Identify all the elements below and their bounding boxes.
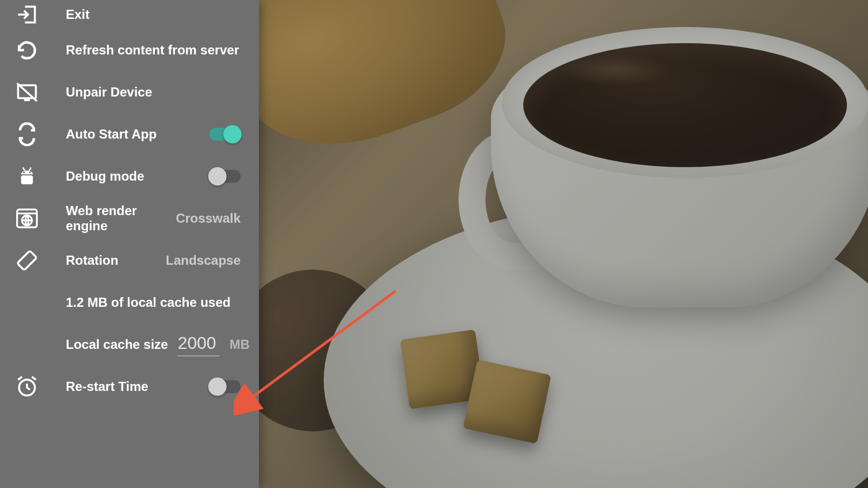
cache-size-unit: MB bbox=[229, 337, 249, 352]
rotation-icon bbox=[15, 249, 66, 272]
webrender-label: Web render engine bbox=[66, 203, 176, 233]
svg-line-13 bbox=[32, 377, 36, 380]
debug-row: Debug mode bbox=[0, 155, 259, 197]
restart-time-toggle[interactable] bbox=[209, 380, 241, 393]
svg-line-3 bbox=[30, 168, 31, 171]
svg-rect-6 bbox=[21, 175, 33, 184]
refresh-label: Refresh content from server bbox=[66, 43, 259, 58]
unpair-icon bbox=[15, 80, 66, 104]
browser-icon bbox=[15, 207, 66, 230]
exit-icon bbox=[15, 3, 66, 26]
autostart-row: Auto Start App bbox=[0, 113, 259, 155]
exit-button[interactable]: Exit bbox=[0, 0, 259, 29]
exit-label: Exit bbox=[66, 7, 259, 22]
android-icon bbox=[15, 164, 66, 188]
cache-size-label: Local cache size bbox=[66, 337, 168, 352]
debug-toggle[interactable] bbox=[209, 170, 241, 183]
rotation-value: Landscapse bbox=[166, 253, 241, 268]
autostart-label: Auto Start App bbox=[66, 127, 209, 142]
rotation-label: Rotation bbox=[66, 253, 166, 268]
autostart-toggle[interactable] bbox=[209, 128, 241, 141]
refresh-button[interactable]: Refresh content from server bbox=[0, 29, 259, 71]
svg-rect-10 bbox=[17, 251, 37, 270]
cache-used-row: 1.2 MB of local cache used bbox=[0, 281, 259, 324]
restart-time-row: Re-start Time bbox=[0, 366, 259, 408]
svg-point-4 bbox=[23, 171, 25, 173]
svg-line-12 bbox=[18, 377, 22, 380]
cache-size-row: Local cache size MB bbox=[0, 324, 259, 366]
webrender-value: Crosswalk bbox=[176, 211, 241, 226]
restart-time-label: Re-start Time bbox=[66, 379, 209, 394]
webrender-row[interactable]: Web render engine Crosswalk bbox=[0, 197, 259, 239]
refresh-icon bbox=[15, 38, 66, 62]
rotation-row[interactable]: Rotation Landscapse bbox=[0, 239, 259, 281]
unpair-label: Unpair Device bbox=[66, 85, 259, 100]
unpair-button[interactable]: Unpair Device bbox=[0, 71, 259, 113]
svg-line-2 bbox=[23, 168, 25, 171]
sync-icon bbox=[15, 122, 66, 146]
cache-used-label: 1.2 MB of local cache used bbox=[66, 295, 259, 310]
debug-label: Debug mode bbox=[66, 169, 209, 184]
settings-sidebar: Exit Refresh content from server Unpair … bbox=[0, 0, 259, 488]
alarm-icon bbox=[15, 375, 66, 398]
svg-point-5 bbox=[29, 171, 31, 173]
cache-size-input[interactable] bbox=[177, 333, 220, 356]
